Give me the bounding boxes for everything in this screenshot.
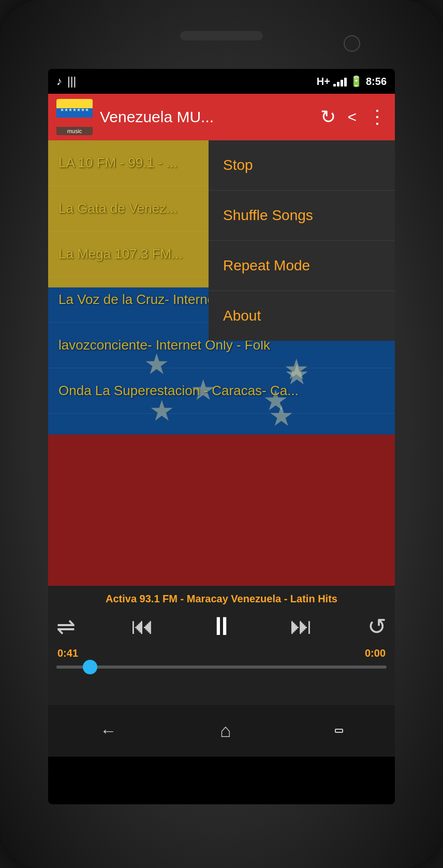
progress-thumb[interactable]: [83, 660, 97, 674]
share-button[interactable]: <: [347, 108, 357, 126]
dropdown-item-repeat[interactable]: Repeat Mode: [209, 241, 395, 291]
battery-icon: 🔋: [350, 75, 363, 88]
dropdown-item-about[interactable]: About: [209, 291, 395, 341]
repeat-button[interactable]: ↺: [367, 613, 387, 640]
recents-button[interactable]: [335, 729, 343, 733]
now-playing-label: Activa 93.1 FM - Maracay Venezuela - Lat…: [56, 593, 387, 605]
player-controls: ⇌ ⏮ ⏸ ⏭ ↺: [56, 609, 387, 643]
dropdown-overlay[interactable]: Stop Shuffle Songs Repeat Mode About: [48, 140, 395, 586]
bars-status-icon: |||: [67, 75, 76, 88]
app-logo: ★★★★★★★ music: [56, 99, 93, 135]
player-area: Activa 93.1 FM - Maracay Venezuela - Lat…: [48, 586, 395, 705]
next-button[interactable]: ⏭: [290, 613, 313, 639]
refresh-button[interactable]: ↻: [320, 106, 336, 128]
shuffle-button[interactable]: ⇌: [56, 613, 76, 640]
status-bar: ♪ ||| H+ 🔋 8:56: [48, 69, 395, 94]
time-total: 0:00: [365, 647, 386, 659]
dropdown-item-shuffle[interactable]: Shuffle Songs: [209, 191, 395, 241]
time-current: 0:41: [57, 647, 78, 659]
dropdown-menu: Stop Shuffle Songs Repeat Mode About: [209, 140, 395, 341]
more-menu-button[interactable]: ⋮: [368, 106, 387, 128]
app-bar-actions: ↻ < ⋮: [320, 106, 387, 128]
player-times: 0:41 0:00: [56, 647, 387, 659]
nav-bar: ← ⌂: [48, 705, 395, 757]
app-bar: ★★★★★★★ music Venezuela MU... ↻ < ⋮: [48, 94, 395, 140]
app-title: Venezuela MU...: [100, 108, 313, 126]
content-area: ★ ★ ★ ★ ★ ★ ★ LA 10 FM - 99.1 - ... La G…: [48, 140, 395, 586]
signal-indicator: [333, 76, 347, 86]
phone-frame: ♪ ||| H+ 🔋 8:56 ★★: [0, 0, 443, 868]
clock: 8:56: [366, 76, 387, 88]
phone-screen: ♪ ||| H+ 🔋 8:56 ★★: [48, 69, 395, 804]
prev-button[interactable]: ⏮: [131, 613, 154, 639]
network-type: H+: [317, 76, 330, 88]
music-status-icon: ♪: [56, 75, 62, 88]
back-button[interactable]: ←: [100, 721, 116, 741]
pause-button[interactable]: ⏸: [209, 611, 234, 641]
home-button[interactable]: ⌂: [220, 720, 231, 742]
dropdown-item-stop[interactable]: Stop: [209, 140, 395, 191]
progress-bar[interactable]: [56, 666, 387, 669]
flag-icon: ★★★★★★★: [56, 99, 93, 127]
app-logo-label: music: [56, 127, 93, 135]
